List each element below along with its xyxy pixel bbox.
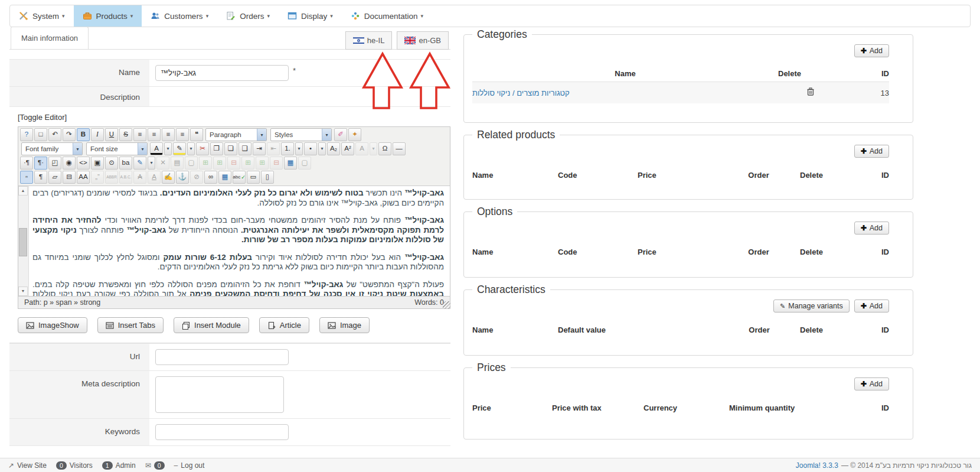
preview-button[interactable]: ◉ — [63, 157, 76, 170]
justify-left-button[interactable]: ≡ — [176, 128, 189, 141]
insert-hr-button[interactable]: ⊟ — [63, 171, 76, 184]
messages-status[interactable]: ✉ 0 — [145, 461, 165, 470]
name-input[interactable] — [155, 65, 289, 81]
justify-full-button[interactable]: ≡ — [133, 128, 146, 141]
editor-content-area[interactable]: ▲ ▼ גאב-קויל™ הינו תכשיר בטוח לשימוש ולא… — [18, 186, 450, 296]
citation-button[interactable]: ✍ — [162, 171, 175, 184]
ordered-list-menu-button[interactable]: ▾ — [295, 142, 303, 155]
iframe-button[interactable]: ▯ — [261, 171, 274, 184]
url-input[interactable] — [155, 349, 289, 365]
rtl-paragraph-button[interactable]: ¶· — [34, 157, 47, 170]
spellcheck-button[interactable]: abc — [233, 171, 246, 184]
imageshow-button[interactable]: ImageShow — [18, 317, 87, 333]
cut-button[interactable]: ✂ — [196, 142, 209, 155]
highlight-button[interactable]: ✎ — [173, 142, 186, 155]
manage-variants-button[interactable]: ✎ Manage variants — [773, 300, 850, 313]
scrollbar-thumb[interactable] — [19, 228, 27, 256]
joomla-version-link[interactable]: Joomla! 3.3.3 — [796, 461, 838, 470]
subscript-button[interactable]: A₂ — [327, 142, 340, 155]
menu-item-system[interactable]: System ▾ — [10, 5, 74, 27]
add-option-button[interactable]: ✚ Add — [854, 222, 889, 235]
ordered-list-button[interactable]: 1. — [281, 142, 294, 155]
editor-resize-grip[interactable] — [443, 301, 450, 309]
ltr-paragraph-button[interactable]: ·¶ — [20, 157, 33, 170]
add-category-button[interactable]: ✚ Add — [854, 44, 889, 57]
justify-center-button[interactable]: ≡ — [148, 128, 161, 141]
show-blocks-button[interactable]: ¶ — [34, 171, 47, 184]
menu-item-customers[interactable]: Customers ▾ — [142, 5, 217, 27]
copy-button[interactable]: ❐ — [210, 142, 223, 155]
visual-aid-button[interactable]: ▫ — [20, 171, 33, 184]
scroll-up-icon[interactable]: ▲ — [18, 186, 28, 196]
bullet-list-button[interactable]: • — [304, 142, 317, 155]
font-family-select[interactable]: Font family ▾ — [21, 142, 83, 155]
source-code-button[interactable]: <> — [77, 157, 90, 170]
font-styles-button[interactable]: AA — [77, 171, 90, 184]
editor-scrollbar[interactable]: ▲ ▼ — [18, 186, 29, 296]
font-size-select[interactable]: Font size ▾ — [86, 142, 148, 155]
undo-button[interactable]: ↶ — [48, 128, 61, 141]
paste-button[interactable]: ❏ — [224, 142, 237, 155]
insert-table-button[interactable]: ▦ — [284, 157, 297, 170]
tab-language-he-il[interactable]: he-IL — [345, 31, 393, 50]
new-document-button[interactable]: □ — [34, 128, 47, 141]
add-price-button[interactable]: ✚ Add — [854, 377, 889, 390]
menu-item-orders[interactable]: Orders ▾ — [217, 5, 279, 27]
eraser-button[interactable]: ✐ — [334, 128, 347, 141]
media-button[interactable]: ▭ — [247, 171, 260, 184]
view-site-link[interactable]: ↗ View Site — [8, 461, 47, 470]
horizontal-rule-button[interactable]: — — [393, 142, 406, 155]
fullscreen-button[interactable]: ◰ — [48, 157, 61, 170]
scroll-down-icon[interactable]: ▼ — [18, 287, 28, 296]
trash-icon[interactable] — [807, 87, 814, 96]
menu-item-documentation[interactable]: Documentation ▾ — [342, 5, 432, 27]
strikethrough-button[interactable]: S — [119, 128, 132, 141]
text-color-menu-button[interactable]: ▾ — [164, 142, 172, 155]
tab-main-information[interactable]: Main information — [11, 27, 89, 49]
category-link[interactable]: קטגוריות מוצרים / ניקוי סוללות — [472, 89, 570, 97]
logout-link[interactable]: – Log out — [174, 461, 205, 470]
anchor-button[interactable]: ⚓ — [176, 171, 189, 184]
image-button[interactable]: Image — [319, 317, 370, 333]
blockquote-button[interactable]: ❝ — [190, 128, 203, 141]
indent-button[interactable]: ⇥ — [253, 142, 266, 155]
categories-panel: Categories ✚ Add NameDeleteID קטגוריות מ… — [463, 28, 913, 123]
insert-image-button[interactable]: ▦ — [218, 171, 231, 184]
styles-select[interactable]: Styles ▾ — [270, 128, 332, 141]
article-button[interactable]: Article — [259, 317, 309, 333]
highlight-menu-button[interactable]: ▾ — [187, 142, 195, 155]
bold-button[interactable]: B — [77, 128, 90, 141]
redo-button[interactable]: ↷ — [63, 128, 76, 141]
add-related-product-button[interactable]: ✚ Add — [854, 145, 889, 158]
cleanup-button[interactable]: ✦ — [348, 128, 361, 141]
insert-module-button[interactable]: Insert Module — [174, 317, 249, 333]
italic-button[interactable]: I — [91, 128, 104, 141]
justify-right-button[interactable]: ≡ — [162, 128, 175, 141]
edit-image-menu-button[interactable]: ▾ — [148, 157, 155, 170]
bullet-list-menu-button[interactable]: ▾ — [318, 142, 326, 155]
link-button[interactable]: ∞ — [204, 171, 217, 184]
find-button[interactable]: ⊙ — [105, 157, 118, 170]
paste-preview-button[interactable]: ▱ — [48, 171, 61, 184]
special-character-button[interactable]: Ω — [378, 142, 391, 155]
translate-button[interactable]: ba — [119, 157, 132, 170]
superscript-button[interactable]: A² — [341, 142, 354, 155]
button-label: Add — [870, 224, 883, 232]
add-characteristic-button[interactable]: ✚ Add — [854, 300, 889, 313]
meta-description-textarea[interactable] — [155, 376, 284, 413]
menu-item-display[interactable]: Display ▾ — [279, 5, 342, 27]
text-color-button[interactable]: A — [150, 142, 163, 155]
toggle-editor-link[interactable]: [Toggle Editor] — [18, 113, 67, 122]
tab-language-en-gb[interactable]: en-GB — [397, 31, 449, 50]
name-row: Name * — [9, 59, 450, 87]
chevron-down-icon: ▾ — [257, 129, 266, 141]
menu-item-products[interactable]: Products ▾ — [74, 5, 142, 27]
insert-tabs-button[interactable]: Insert Tabs — [97, 317, 164, 333]
paste-as-text-button[interactable]: ❑ — [239, 142, 251, 155]
keywords-input[interactable] — [155, 424, 289, 440]
paragraph-format-select[interactable]: Paragraph ▾ — [205, 128, 267, 141]
underline-button[interactable]: U — [105, 128, 118, 141]
print-button[interactable]: ▣ — [91, 157, 104, 170]
edit-image-button[interactable]: ✎ — [133, 157, 146, 170]
help-button[interactable]: ? — [20, 128, 33, 141]
